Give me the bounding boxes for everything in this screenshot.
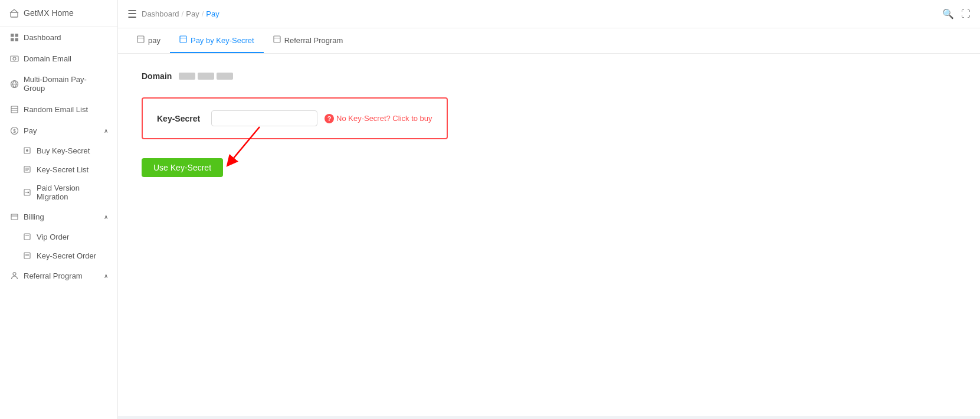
sidebar-sub-paid-version-migration[interactable]: Paid Version Migration: [0, 179, 117, 206]
referral-chevron-icon: ∧: [104, 273, 108, 279]
sidebar-item-dashboard[interactable]: Dashboard: [0, 27, 117, 48]
hamburger-menu-icon[interactable]: ☰: [127, 8, 137, 21]
header-right: 🔍 ⛶: [942, 8, 971, 19]
pay-icon: $: [9, 126, 19, 135]
pay-chevron-icon: ∧: [104, 127, 108, 134]
header-left: ☰ Dashboard / Pay / Pay: [127, 8, 219, 21]
sidebar-sub-key-secret-list[interactable]: Key-Secret List: [0, 160, 117, 179]
svg-point-6: [13, 57, 16, 60]
order-icon: [22, 251, 32, 260]
sidebar-sub-key-secret-order[interactable]: Key-Secret Order: [0, 246, 117, 265]
dashboard-icon: [9, 32, 19, 42]
svg-rect-5: [11, 56, 18, 61]
page-body: Domain Key-Secret ? No Key-Secret? Click: [118, 54, 980, 416]
svg-rect-33: [274, 36, 280, 42]
sidebar-sub-buy-key-secret[interactable]: Buy Key-Secret: [0, 141, 117, 160]
content-area: pay Pay by Key-Secret Referral Program D…: [118, 28, 980, 419]
tab-pay-by-key-secret[interactable]: Pay by Key-Secret: [170, 28, 264, 53]
tab-pay-icon: [137, 35, 145, 45]
sidebar-item-domain-email-label: Domain Email: [24, 54, 71, 63]
list-icon: [22, 165, 32, 174]
sidebar-item-multi-domain-label: Multi-Domain Pay-Group: [24, 75, 108, 93]
random-icon: [9, 104, 19, 114]
sidebar-item-multi-domain[interactable]: Multi-Domain Pay-Group: [0, 69, 117, 99]
tab-pay-label: pay: [148, 36, 160, 45]
domain-label: Domain: [142, 71, 172, 81]
svg-rect-9: [11, 106, 18, 113]
sidebar-item-dashboard-label: Dashboard: [24, 33, 61, 42]
referral-icon: [9, 271, 19, 280]
breadcrumb-sep-1: /: [182, 9, 184, 18]
sidebar-group-referral[interactable]: Referral Program ∧: [0, 265, 117, 286]
domain-icon: [9, 54, 19, 63]
sidebar-sub-vip-order-label: Vip Order: [37, 233, 69, 241]
svg-point-28: [13, 272, 16, 275]
key-secret-row: Key-Secret ? No Key-Secret? Click to buy: [157, 110, 432, 126]
use-key-secret-button[interactable]: Use Key-Secret: [142, 158, 223, 177]
sidebar-group-pay-label: Pay: [24, 126, 37, 135]
svg-rect-2: [15, 34, 18, 37]
sidebar-sub-key-secret-list-label: Key-Secret List: [37, 165, 89, 174]
svg-rect-29: [137, 36, 144, 42]
sidebar-sub-vip-order[interactable]: Vip Order: [0, 227, 117, 246]
billing-icon: [9, 212, 19, 221]
question-icon: ?: [325, 114, 334, 123]
main-area: ☰ Dashboard / Pay / Pay 🔍 ⛶ pay: [118, 0, 980, 419]
multi-icon: [9, 79, 19, 89]
svg-rect-3: [11, 38, 14, 41]
key-secret-label: Key-Secret: [157, 114, 204, 123]
search-icon[interactable]: 🔍: [942, 8, 954, 19]
svg-rect-23: [24, 234, 30, 240]
no-key-secret-link[interactable]: ? No Key-Secret? Click to buy: [325, 114, 432, 123]
breadcrumb-pay[interactable]: Pay: [186, 9, 199, 18]
vip-icon: [22, 232, 32, 241]
sidebar-item-random-email[interactable]: Random Email List: [0, 99, 117, 120]
breadcrumb-current: Pay: [206, 9, 219, 18]
svg-rect-4: [15, 38, 18, 41]
sidebar-sub-key-secret-order-label: Key-Secret Order: [37, 251, 96, 260]
breadcrumb-dashboard[interactable]: Dashboard: [142, 9, 179, 18]
sidebar-group-referral-label: Referral Program: [24, 271, 83, 280]
sidebar-group-billing-label: Billing: [24, 212, 44, 221]
key-secret-input[interactable]: [211, 110, 317, 126]
tab-referral-program-label: Referral Program: [284, 36, 343, 45]
billing-chevron-icon: ∧: [104, 214, 108, 220]
sidebar-group-billing[interactable]: Billing ∧: [0, 206, 117, 227]
sidebar-sub-paid-version-migration-label: Paid Version Migration: [37, 184, 108, 201]
svg-rect-0: [11, 12, 18, 17]
tab-bar: pay Pay by Key-Secret Referral Program: [118, 28, 980, 54]
header: ☰ Dashboard / Pay / Pay 🔍 ⛶: [118, 0, 980, 28]
domain-placeholder: [179, 73, 233, 80]
migrate-icon: [22, 188, 32, 197]
svg-rect-1: [11, 34, 14, 37]
sidebar: GetMX Home Dashboard Domain Email Multi-…: [0, 0, 118, 419]
use-button-container: Use Key-Secret: [142, 156, 448, 177]
sidebar-item-random-email-label: Random Email List: [24, 105, 88, 114]
svg-rect-31: [180, 36, 186, 42]
svg-point-15: [26, 149, 28, 152]
sidebar-group-pay[interactable]: $ Pay ∧: [0, 120, 117, 141]
sidebar-sub-buy-key-secret-label: Buy Key-Secret: [37, 146, 90, 155]
svg-text:$: $: [12, 128, 15, 134]
fullscreen-icon[interactable]: ⛶: [961, 9, 971, 19]
tab-referral-program[interactable]: Referral Program: [264, 28, 353, 53]
sidebar-logo[interactable]: GetMX Home: [0, 0, 117, 27]
sidebar-logo-text: GetMX Home: [24, 8, 74, 18]
breadcrumb: Dashboard / Pay / Pay: [142, 9, 219, 18]
buy-icon: [22, 146, 32, 155]
tab-referral-icon: [273, 35, 281, 45]
tab-key-secret-icon: [179, 35, 187, 45]
key-secret-box: Key-Secret ? No Key-Secret? Click to buy: [142, 97, 448, 139]
no-key-secret-text: No Key-Secret? Click to buy: [336, 114, 432, 123]
breadcrumb-sep-2: /: [202, 9, 204, 18]
tab-pay-by-key-secret-label: Pay by Key-Secret: [191, 36, 254, 45]
domain-block-2: [198, 73, 214, 80]
tab-pay[interactable]: pay: [127, 28, 170, 53]
svg-rect-21: [11, 214, 18, 220]
domain-row: Domain: [142, 71, 956, 81]
home-icon: [9, 8, 19, 18]
domain-block-1: [179, 73, 195, 80]
domain-block-3: [217, 73, 233, 80]
sidebar-item-domain-email[interactable]: Domain Email: [0, 48, 117, 69]
